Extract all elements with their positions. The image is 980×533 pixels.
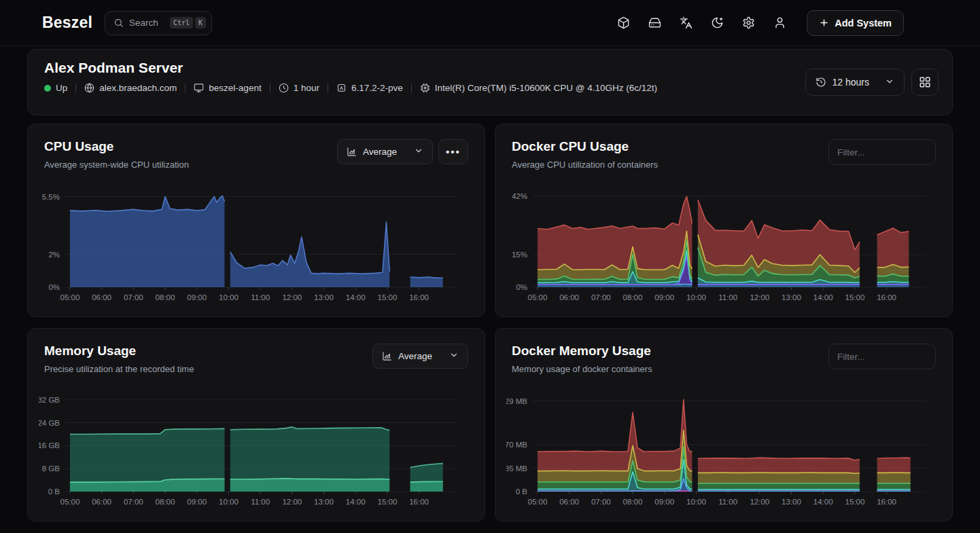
add-system-button[interactable]: Add System <box>807 10 904 36</box>
search-shortcut: CtrlK <box>170 17 206 29</box>
system-name: Alex Podman Server <box>44 60 657 76</box>
svg-text:10:00: 10:00 <box>219 498 239 506</box>
svg-text:10:00: 10:00 <box>219 293 239 301</box>
system-cpu-model: Intel(R) Core(TM) i5-10600K CPU @ 4.10GH… <box>420 83 657 93</box>
svg-text:42%: 42% <box>512 192 527 200</box>
uptime-clock-icon <box>279 83 289 93</box>
svg-text:12:00: 12:00 <box>750 498 769 506</box>
svg-text:11:00: 11:00 <box>718 293 737 301</box>
svg-text:11:00: 11:00 <box>251 498 270 506</box>
layout-grid-button[interactable] <box>911 69 939 96</box>
svg-text:24 GB: 24 GB <box>39 419 60 427</box>
svg-text:14:00: 14:00 <box>346 293 366 301</box>
memory-usage-chart: 0 B8 GB16 GB24 GB32 GB05:0006:0007:0008:… <box>39 388 461 517</box>
svg-text:05:00: 05:00 <box>60 498 80 506</box>
svg-text:09:00: 09:00 <box>187 498 207 506</box>
svg-text:13:00: 13:00 <box>314 498 334 506</box>
svg-text:329 MB: 329 MB <box>506 397 527 405</box>
status-dot-icon <box>44 85 51 92</box>
time-range-select[interactable]: 12 hours <box>805 69 905 96</box>
card-subtitle: Average system-wide CPU utilization <box>44 160 189 170</box>
svg-text:16:00: 16:00 <box>877 293 896 301</box>
systems-icon[interactable] <box>642 11 667 35</box>
card-menu-button[interactable]: ••• <box>438 139 468 164</box>
svg-text:14:00: 14:00 <box>346 498 366 506</box>
container-filter-input[interactable] <box>828 139 936 165</box>
svg-text:13:00: 13:00 <box>314 293 334 301</box>
layout-grid-icon <box>919 76 931 88</box>
svg-text:06:00: 06:00 <box>559 293 579 301</box>
svg-text:15:00: 15:00 <box>378 293 398 301</box>
svg-text:07:00: 07:00 <box>124 498 143 506</box>
settings-icon[interactable] <box>736 11 760 35</box>
card-title: Docker CPU Usage <box>512 139 658 154</box>
search-input[interactable]: Search CtrlK <box>105 11 212 35</box>
charts-grid: CPU Usage Average system-wide CPU utiliz… <box>27 124 953 521</box>
search-placeholder: Search <box>129 18 158 28</box>
svg-text:16:00: 16:00 <box>877 498 896 506</box>
chart-type-select[interactable]: Average <box>337 139 433 164</box>
svg-text:14:00: 14:00 <box>813 293 833 301</box>
svg-text:07:00: 07:00 <box>591 293 611 301</box>
docker-memory-usage-chart: 0 B85 MB170 MB329 MB05:0006:0007:0008:00… <box>506 388 929 517</box>
svg-text:05:00: 05:00 <box>528 498 548 506</box>
card-subtitle: Precise utilization at the recorded time <box>44 364 194 374</box>
system-header-card: Alex Podman Server Up alex.braedach.com … <box>27 49 953 115</box>
card-title: Memory Usage <box>44 344 194 359</box>
docker-cpu-usage-card: Docker CPU Usage Average CPU utilization… <box>495 124 953 317</box>
svg-text:08:00: 08:00 <box>623 293 643 301</box>
svg-text:12:00: 12:00 <box>750 293 769 301</box>
user-icon[interactable] <box>767 11 792 35</box>
system-agent: beszel-agent <box>194 83 261 93</box>
navbar: Beszel Search CtrlK Add System <box>0 0 980 46</box>
svg-text:11:00: 11:00 <box>251 293 270 301</box>
system-meta: Up alex.braedach.com beszel-agent 1 hour… <box>44 83 657 93</box>
memory-usage-card: Memory Usage Precise utilization at the … <box>27 328 485 521</box>
area-chart-icon <box>382 351 392 361</box>
svg-text:15:00: 15:00 <box>845 293 865 301</box>
svg-text:15:00: 15:00 <box>378 498 398 506</box>
svg-text:05:00: 05:00 <box>60 293 80 301</box>
app-logo: Beszel <box>42 14 92 32</box>
monitor-icon <box>194 83 204 93</box>
svg-text:5.5%: 5.5% <box>42 193 60 201</box>
chart-type-select[interactable]: Average <box>372 344 468 369</box>
card-title: Docker Memory Usage <box>512 344 652 359</box>
card-subtitle: Average CPU utilization of containers <box>512 160 658 170</box>
svg-text:10:00: 10:00 <box>686 498 706 506</box>
svg-text:0 B: 0 B <box>516 488 528 496</box>
svg-text:0%: 0% <box>516 283 527 291</box>
svg-text:05:00: 05:00 <box>528 293 548 301</box>
svg-text:06:00: 06:00 <box>92 293 111 301</box>
system-hostname: alex.braedach.com <box>84 83 177 93</box>
svg-text:0%: 0% <box>48 283 60 291</box>
svg-text:15:00: 15:00 <box>845 498 865 506</box>
svg-text:08:00: 08:00 <box>156 293 175 301</box>
svg-text:15%: 15% <box>512 251 527 259</box>
svg-text:08:00: 08:00 <box>156 498 175 506</box>
history-icon <box>816 77 826 88</box>
theme-icon[interactable] <box>705 11 729 35</box>
chevron-down-icon <box>414 146 423 158</box>
chevron-down-icon <box>885 77 894 88</box>
svg-text:2%: 2% <box>48 251 60 259</box>
svg-text:07:00: 07:00 <box>124 293 143 301</box>
svg-text:09:00: 09:00 <box>654 293 674 301</box>
plus-icon <box>819 18 829 28</box>
svg-text:16 GB: 16 GB <box>39 441 60 449</box>
svg-text:09:00: 09:00 <box>654 498 674 506</box>
kernel-icon <box>336 83 347 93</box>
globe-icon <box>84 83 94 93</box>
card-title: CPU Usage <box>44 139 189 154</box>
svg-text:14:00: 14:00 <box>813 498 833 506</box>
svg-text:13:00: 13:00 <box>782 498 801 506</box>
svg-text:85 MB: 85 MB <box>506 464 527 473</box>
chevron-down-icon <box>449 350 459 362</box>
container-filter-input[interactable] <box>828 344 936 369</box>
language-icon[interactable] <box>673 11 698 35</box>
cpu-chip-icon <box>420 83 430 93</box>
package-icon[interactable] <box>611 11 635 35</box>
svg-text:8 GB: 8 GB <box>42 464 60 473</box>
svg-text:06:00: 06:00 <box>92 498 111 506</box>
svg-text:06:00: 06:00 <box>559 498 579 506</box>
